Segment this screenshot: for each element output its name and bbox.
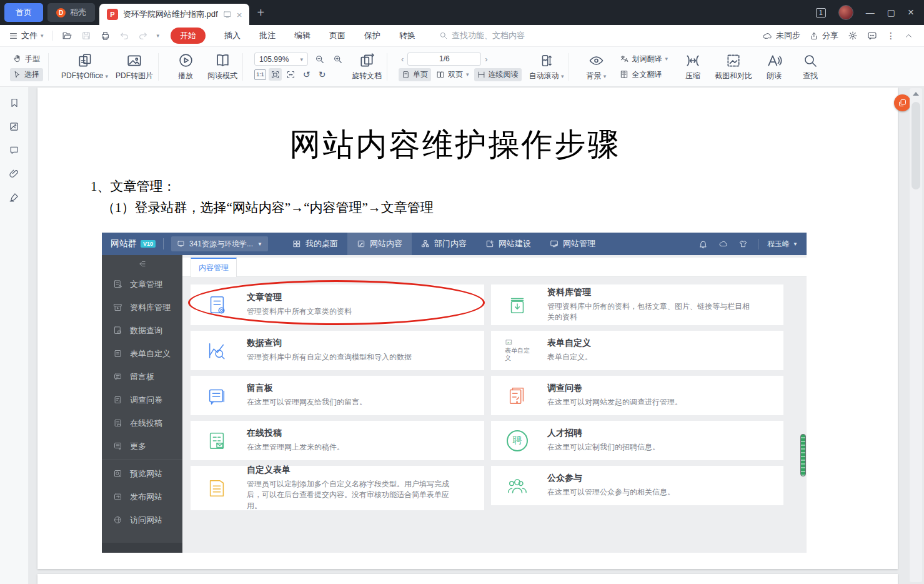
new-tab-button[interactable]: +	[257, 6, 264, 20]
ribbon-tab-edit[interactable]: 编辑	[294, 30, 310, 41]
sidebar-item-publish-site[interactable]: 发布网站	[102, 485, 182, 508]
close-tab-icon[interactable]: ×	[237, 9, 242, 20]
pdf-page[interactable]: 网站内容维护操作步骤 1、文章管理： （1）登录站群，选择“网站内容”→“内容管…	[37, 88, 898, 569]
card-message-board[interactable]: 留言板在这里可以管理网友给我们的留言。	[191, 376, 484, 415]
comment-panel-icon[interactable]	[9, 145, 19, 155]
close-button[interactable]: ×	[908, 6, 914, 19]
auto-scroll-button[interactable]: 自动滚动 ▾	[529, 53, 564, 81]
sidebar-item-article[interactable]: 文章管理	[102, 273, 182, 296]
tab-content-management[interactable]: 内容管理	[191, 258, 237, 277]
tab-docer[interactable]: D 稻壳	[47, 3, 95, 22]
next-page-icon[interactable]: ›	[482, 54, 490, 64]
card-survey[interactable]: 调查问卷在这里可以对网站发起的调查进行管理。	[491, 376, 783, 415]
prev-page-icon[interactable]: ‹	[399, 54, 406, 64]
compress-button[interactable]: 压缩	[678, 53, 707, 81]
ribbon-tab-insert[interactable]: 插入	[224, 30, 241, 41]
printer-icon[interactable]	[100, 31, 111, 41]
tab-home[interactable]: 首页	[4, 3, 43, 22]
tab-document[interactable]: P 资环学院网站维护指南.pdf ×	[99, 4, 249, 25]
nav-site-manage[interactable]: 网站管理	[540, 233, 605, 255]
thumbnail-icon[interactable]	[9, 121, 19, 132]
ribbon-tab-page[interactable]: 页面	[329, 30, 345, 41]
full-translate-button[interactable]: 全文翻译	[617, 68, 671, 81]
sidebar-item-submission[interactable]: 在线投稿	[102, 411, 182, 435]
pdf-to-image-button[interactable]: PDF转图片	[116, 53, 153, 81]
screen-cast-icon[interactable]	[223, 10, 232, 19]
gear-icon[interactable]	[848, 31, 858, 41]
bookmark-icon[interactable]	[9, 98, 19, 108]
zoom-level-select[interactable]: 105.99% ▾	[254, 53, 308, 66]
sidebar-item-visit-site[interactable]: 访问网站	[102, 508, 182, 531]
ribbon-tab-start[interactable]: 开始	[171, 28, 206, 44]
save-icon[interactable]	[81, 31, 91, 41]
card-form-customization[interactable]: 表单自定义 表单自定义表单自定义。	[491, 331, 783, 370]
card-article-management[interactable]: 文章管理管理资料库中所有文章类的资料	[191, 284, 484, 325]
sidebar-item-library[interactable]: 资料库管理	[102, 296, 182, 319]
fit-page-icon[interactable]	[269, 68, 282, 81]
site-selector-dropdown[interactable]: 341资源与环境学... ▼	[171, 236, 268, 251]
tab-count-badge[interactable]: 1	[816, 8, 826, 18]
hand-tool-button[interactable]: 手型	[10, 53, 43, 66]
play-button[interactable]: 播放	[171, 53, 200, 81]
undo-icon[interactable]	[119, 31, 129, 41]
ribbon-tab-convert[interactable]: 转换	[399, 30, 415, 41]
vertical-scrollbar[interactable]	[910, 88, 922, 582]
scrollbar-thumb[interactable]	[912, 102, 920, 189]
card-online-submission[interactable]: 在线投稿在这里管理网上发来的稿件。	[191, 421, 484, 460]
background-button[interactable]: 背景 ▾	[582, 53, 610, 81]
page-indicator-input[interactable]: 1/6	[407, 53, 481, 66]
maximize-button[interactable]: ▢	[887, 8, 895, 18]
screenshot-compare-button[interactable]: 截图和对比	[715, 53, 752, 81]
nav-my-desktop[interactable]: 我的桌面	[283, 233, 347, 255]
read-mode-button[interactable]: 阅读模式	[207, 53, 237, 81]
more-vertical-icon[interactable]: ⋮	[887, 31, 895, 41]
rotate-left-icon[interactable]: ↺	[300, 68, 313, 81]
theme-shirt-icon[interactable]	[738, 239, 748, 248]
sidebar-item-message-board[interactable]: 留言板	[102, 365, 182, 388]
select-tool-button[interactable]: 选择	[10, 68, 43, 81]
file-menu[interactable]: 文件 ▾	[9, 30, 44, 41]
rotate-document-button[interactable]: 旋转文档	[352, 53, 382, 81]
read-aloud-button[interactable]: 朗读	[760, 53, 788, 81]
continuous-read-button[interactable]: 连续阅读	[474, 68, 522, 81]
actual-size-button[interactable]: 1:1	[254, 69, 266, 80]
card-custom-form[interactable]: 自定义表单管理员可以定制添加多个自定义名称字段类型。用户填写完成后，可以在后台查…	[191, 466, 484, 510]
minimize-button[interactable]: —	[866, 8, 875, 18]
scroll-up-icon[interactable]	[913, 92, 919, 96]
zoom-out-icon[interactable]	[313, 53, 326, 66]
user-menu[interactable]: 程玉峰 ▼	[758, 239, 798, 249]
ribbon-tab-protect[interactable]: 保护	[364, 30, 380, 41]
nav-site-build[interactable]: 网站建设	[476, 233, 540, 255]
toolbar-more-icon[interactable]: ▾	[157, 33, 160, 39]
redo-icon[interactable]	[138, 31, 148, 41]
sidebar-item-form-custom[interactable]: 表单自定义	[102, 342, 182, 365]
nav-dept-content[interactable]: 部门内容	[412, 233, 476, 255]
double-page-button[interactable]: 双页 ▾	[433, 68, 472, 81]
signature-icon[interactable]	[9, 192, 19, 203]
single-page-button[interactable]: 单页	[399, 68, 431, 81]
sidebar-item-survey[interactable]: 调查问卷	[102, 388, 182, 411]
card-library-management[interactable]: 资料库管理管理资料库中所有的资料，包括文章、图片、链接等与栏目相关的资料	[491, 284, 783, 325]
share-button[interactable]: 分享	[810, 30, 838, 41]
pdf-page-2[interactable]	[37, 574, 898, 584]
zoom-in-icon[interactable]	[331, 53, 344, 66]
card-public-participation[interactable]: 公众参与在这里可以管理公众参与的相关信息。	[491, 466, 783, 505]
pdf-to-office-button[interactable]: PDF转Office ▾	[61, 53, 108, 81]
fit-width-icon[interactable]	[284, 68, 297, 81]
comment-icon[interactable]	[867, 31, 877, 41]
nav-site-content[interactable]: 网站内容	[347, 233, 412, 255]
rotate-right-icon[interactable]: ↻	[315, 68, 329, 81]
bell-icon[interactable]	[698, 239, 708, 249]
sidebar-item-more[interactable]: 更多	[102, 435, 182, 458]
search-input[interactable]: 查找功能、文档内容	[439, 30, 525, 41]
open-file-icon[interactable]	[62, 31, 72, 41]
find-button[interactable]: 查找	[796, 53, 825, 81]
cloud-icon[interactable]	[718, 239, 728, 248]
avatar[interactable]	[838, 5, 853, 20]
sidebar-item-data-query[interactable]: 数据查询	[102, 319, 182, 342]
collapse-ribbon-icon[interactable]	[905, 32, 913, 40]
floating-promo-badge[interactable]	[894, 94, 911, 111]
sidebar-item-preview-site[interactable]: 预览网站	[102, 462, 182, 485]
card-recruitment[interactable]: 聘 人才招聘在这里可以定制我们的招聘信息。	[491, 421, 783, 460]
sync-status[interactable]: 未同步	[762, 30, 800, 41]
